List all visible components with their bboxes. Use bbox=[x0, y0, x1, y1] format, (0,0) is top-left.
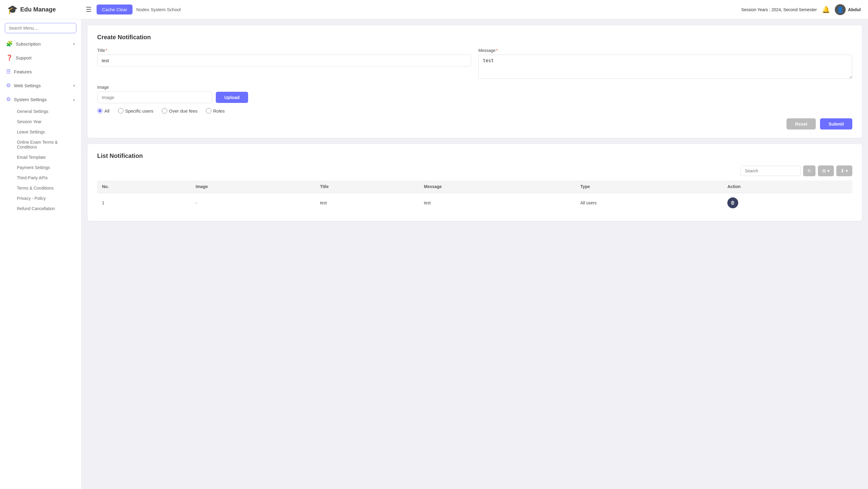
sidebar-item-label: Features bbox=[14, 69, 75, 74]
navbar: 🎓 Edu Manage ☰ Cache Clear Nodex System … bbox=[0, 0, 868, 19]
cell-type: All users bbox=[576, 193, 722, 213]
sidebar-item-refund-cancellation[interactable]: Refund Cancellation bbox=[12, 204, 81, 214]
sidebar-item-subscription[interactable]: 🧩 Subscription ▾ bbox=[0, 37, 81, 51]
columns-icon: ⊞ bbox=[822, 168, 826, 174]
refresh-button[interactable]: ↻ bbox=[803, 165, 815, 176]
form-actions: Reset Submit bbox=[97, 118, 852, 129]
menu-icon[interactable]: ☰ bbox=[86, 6, 92, 13]
columns-arrow: ▾ bbox=[827, 168, 830, 174]
cell-action: 🗑 bbox=[722, 193, 852, 213]
sidebar-search-wrap bbox=[0, 19, 81, 37]
reset-button[interactable]: Reset bbox=[786, 118, 816, 129]
title-label: Title* bbox=[97, 48, 471, 53]
sidebar-item-third-party-apis[interactable]: Third-Party APIs bbox=[12, 173, 81, 183]
image-input[interactable] bbox=[97, 91, 212, 103]
title-message-row: Title* Message* test bbox=[97, 48, 852, 79]
logo-text: Edu Manage bbox=[20, 6, 56, 13]
radio-roles-input[interactable] bbox=[206, 108, 211, 114]
radio-roles[interactable]: Roles bbox=[206, 108, 224, 114]
sidebar-item-leave-settings[interactable]: Leave Settings bbox=[12, 127, 81, 137]
radio-specific-users-input[interactable] bbox=[118, 108, 123, 114]
list-search-input[interactable] bbox=[740, 166, 801, 176]
sidebar-item-email-template[interactable]: Email Template bbox=[12, 152, 81, 162]
audience-radio-group: All Specific users Over due fees Roles bbox=[97, 108, 852, 114]
session-info: Session Years : 2024, Second Semester bbox=[741, 7, 817, 12]
radio-roles-label: Roles bbox=[213, 109, 224, 114]
radio-overdue-fees-label: Over due fees bbox=[169, 109, 197, 114]
avatar: 👤 bbox=[835, 4, 846, 15]
col-title: Title bbox=[315, 181, 419, 193]
chevron-down-icon: ▾ bbox=[73, 42, 75, 46]
school-name: Nodex System School bbox=[136, 7, 181, 12]
system-settings-icon: ⚙ bbox=[6, 96, 11, 103]
sidebar: 🧩 Subscription ▾ ❓ Support ☰ Features ⚙ … bbox=[0, 19, 82, 489]
message-group: Message* test bbox=[478, 48, 852, 79]
image-row: Upload bbox=[97, 91, 248, 103]
list-notification-card: List Notification ↻ ⊞ ▾ ⬇ ▾ No. bbox=[88, 144, 862, 221]
table-row: 1 - test test All users 🗑 bbox=[97, 193, 852, 213]
username: Abdul bbox=[848, 7, 861, 12]
sidebar-item-general-settings[interactable]: General Settings bbox=[12, 106, 81, 117]
chevron-down-icon: ▾ bbox=[73, 83, 75, 88]
sidebar-item-support[interactable]: ❓ Support bbox=[0, 51, 81, 65]
sidebar-item-system-settings[interactable]: ⚙ System Settings ▴ bbox=[0, 92, 81, 106]
radio-all[interactable]: All bbox=[97, 108, 110, 114]
support-icon: ❓ bbox=[6, 54, 13, 61]
table-header-row: No. Image Title Message Type Action bbox=[97, 181, 852, 193]
radio-all-label: All bbox=[104, 109, 110, 114]
col-message: Message bbox=[419, 181, 576, 193]
table-head: No. Image Title Message Type Action bbox=[97, 181, 852, 193]
radio-specific-users[interactable]: Specific users bbox=[118, 108, 153, 114]
columns-button[interactable]: ⊞ ▾ bbox=[818, 165, 834, 176]
sidebar-item-label: Subscription bbox=[16, 41, 70, 47]
list-notification-title: List Notification bbox=[97, 152, 852, 159]
col-image: Image bbox=[191, 181, 315, 193]
cell-no: 1 bbox=[97, 193, 191, 213]
notification-icon[interactable]: 🔔 bbox=[822, 6, 830, 13]
title-input[interactable] bbox=[97, 55, 471, 66]
create-notification-card: Create Notification Title* Message* test… bbox=[88, 25, 862, 138]
upload-button[interactable]: Upload bbox=[216, 92, 248, 103]
sidebar-item-session-year[interactable]: Session Year bbox=[12, 117, 81, 127]
sidebar-item-online-exam-terms[interactable]: Online Exam Terms & Conditions bbox=[12, 137, 81, 152]
col-type: Type bbox=[576, 181, 722, 193]
sidebar-item-payment-settings[interactable]: Payment Settings bbox=[12, 162, 81, 173]
image-label: Image bbox=[97, 85, 248, 90]
submit-button[interactable]: Submit bbox=[820, 118, 852, 129]
cell-title: test bbox=[315, 193, 419, 213]
cell-image: - bbox=[191, 193, 315, 213]
radio-specific-users-label: Specific users bbox=[125, 109, 153, 114]
list-toolbar: ↻ ⊞ ▾ ⬇ ▾ bbox=[97, 165, 852, 176]
chevron-up-icon: ▴ bbox=[73, 97, 75, 102]
refresh-icon: ↻ bbox=[807, 168, 811, 174]
radio-overdue-fees[interactable]: Over due fees bbox=[162, 108, 197, 114]
image-group: Image Upload bbox=[97, 85, 248, 103]
main-content: Create Notification Title* Message* test… bbox=[82, 19, 868, 489]
sidebar-item-terms-conditions[interactable]: Terms & Conditions bbox=[12, 183, 81, 193]
download-icon: ⬇ bbox=[840, 168, 844, 174]
cache-clear-button[interactable]: Cache Clear bbox=[97, 4, 132, 14]
message-textarea[interactable]: test bbox=[478, 55, 852, 79]
cell-message: test bbox=[419, 193, 576, 213]
radio-all-input[interactable] bbox=[97, 108, 103, 114]
search-input[interactable] bbox=[5, 23, 76, 33]
subscription-icon: 🧩 bbox=[6, 40, 13, 47]
message-label: Message* bbox=[478, 48, 852, 53]
notification-table: No. Image Title Message Type Action 1 - … bbox=[97, 181, 852, 213]
sidebar-item-label: System Settings bbox=[14, 97, 70, 102]
logo: 🎓 Edu Manage bbox=[7, 4, 86, 14]
sidebar-item-privacy-policy[interactable]: Privacy - Policy bbox=[12, 193, 81, 204]
trash-icon: 🗑 bbox=[731, 200, 735, 206]
sidebar-item-features[interactable]: ☰ Features bbox=[0, 65, 81, 79]
web-settings-icon: ⚙ bbox=[6, 82, 11, 89]
logo-icon: 🎓 bbox=[7, 4, 18, 14]
delete-button[interactable]: 🗑 bbox=[727, 197, 738, 208]
sidebar-item-web-settings[interactable]: ⚙ Web Settings ▾ bbox=[0, 79, 81, 92]
col-no: No. bbox=[97, 181, 191, 193]
sidebar-item-label: Web Settings bbox=[14, 83, 70, 88]
create-notification-title: Create Notification bbox=[97, 34, 852, 41]
sidebar-item-label: Support bbox=[16, 55, 75, 60]
radio-overdue-fees-input[interactable] bbox=[162, 108, 167, 114]
export-button[interactable]: ⬇ ▾ bbox=[836, 165, 852, 176]
system-settings-submenu: General Settings Session Year Leave Sett… bbox=[0, 106, 81, 214]
